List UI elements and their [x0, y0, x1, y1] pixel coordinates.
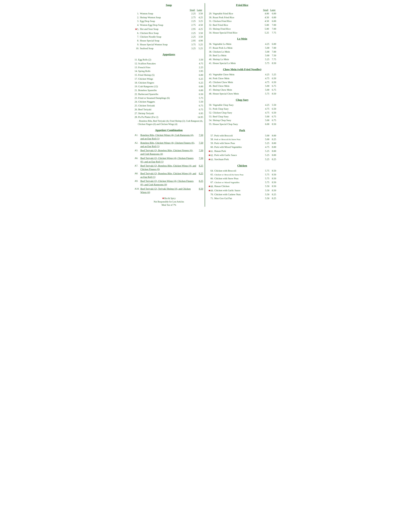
- combo-desc: Beef Teriyaki (2), Chicken Wings (4), Ch…: [140, 157, 197, 164]
- combo-desc: Boneless Ribs, Chicken Wings (4), Chicke…: [140, 141, 197, 148]
- item-large-price: 6.75: [270, 115, 276, 119]
- item-number: 66.: [208, 177, 214, 180]
- item-name: House Special Chow Mein: [212, 92, 263, 96]
- menu-row: ★61. Hunan Pork 5.25 8.00: [208, 149, 276, 153]
- item-small-price: 2.95: [189, 39, 196, 43]
- combo-id: A7.: [135, 164, 140, 171]
- app-label: 24. Chicken Nuggets: [135, 100, 195, 104]
- item-number: 46.: [208, 84, 212, 88]
- combo-id: A6.: [135, 157, 140, 164]
- item-number: 2.: [135, 16, 140, 19]
- item-large-price: 4.25: [196, 16, 203, 19]
- chow-mein-title: Chow Mein (with Fried Noodles): [208, 67, 276, 72]
- menu-row: 38. Chicken Lo Mein 5.00 7.00: [208, 50, 276, 54]
- item-large-price: 6.00: [269, 16, 276, 19]
- star-icon: ★: [208, 154, 211, 157]
- combo-id: A10.: [135, 187, 140, 194]
- item-small-price: 6.00: [263, 122, 270, 126]
- item-large-price: 5.25: [196, 47, 203, 50]
- item-number: 31.: [208, 19, 212, 23]
- menu-row: 47. Shrimp Chow Mein 5.00 6.75: [208, 88, 276, 92]
- item-name: Chicken Chow Mein: [212, 80, 263, 84]
- item-large-price: 8.00: [270, 134, 276, 138]
- item-number: 41.: [208, 61, 212, 65]
- combo-id: A9.: [135, 180, 140, 187]
- combo-row: A5. Beef Teriyaki (2), Boneless Ribs, Ch…: [135, 149, 203, 156]
- app-label: 21. Boneless Spareribs: [135, 89, 195, 92]
- item-name: House Special Chop Suey: [212, 122, 263, 126]
- combo-row: A2. Boneless Ribs, Chicken Wings (4), Ch…: [135, 141, 203, 148]
- menu-row: ★62. Pork with Garlic Sauce 5.25 8.00: [208, 153, 276, 157]
- item-small-price: 5.00: [263, 138, 270, 141]
- item-small-price: 5.75: [263, 61, 270, 65]
- item-name: House Special Fried Rice: [212, 31, 262, 35]
- item-number: 39.: [208, 54, 212, 57]
- item-name: Shrimp Chow Mein: [212, 88, 263, 92]
- item-small-price: 5.25: [263, 153, 270, 157]
- item-number: 57.: [208, 134, 214, 138]
- combo-price: 8.25: [197, 164, 203, 171]
- item-small-price: 4.75: [263, 80, 270, 84]
- item-number: ★69.: [208, 189, 214, 193]
- app-price: 6.00: [195, 73, 203, 77]
- item-small-price: 5.00: [263, 118, 270, 122]
- item-small-price: 5.00: [262, 23, 269, 27]
- item-number: 38.: [208, 50, 212, 54]
- item-number: 65.: [208, 173, 214, 177]
- item-name: Chicken Lo Mein: [212, 50, 263, 54]
- item-large-price: 3.50: [196, 35, 203, 39]
- menu-row: 59. Pork with Snow Peas 5.25 8.00: [208, 141, 276, 145]
- soup-row: 7. Chicken Noodle Soup 2.25 3.50: [135, 35, 203, 39]
- soup-row: ★5. Hot and Sour Soup 2.95 4.25: [135, 27, 203, 31]
- item-name: Shrimp Chop Suey: [212, 118, 263, 122]
- item-name: Hunan Pork: [214, 149, 263, 153]
- item-large-price: 8.50: [270, 173, 276, 177]
- app-price: 4.75: [195, 62, 203, 66]
- item-number: ★63.: [208, 157, 214, 162]
- item-small-price: 5.25: [262, 31, 269, 35]
- menu-row: 54. Shrimp Chop Suey 5.00 6.75: [208, 118, 276, 122]
- item-name: House Special Soup: [140, 39, 189, 43]
- combo-id: A8.: [135, 172, 140, 179]
- menu-row: 43. Vegetable Chow Mein 4.25 5.25: [208, 73, 276, 76]
- item-number: 6.: [135, 31, 140, 35]
- menu-row: 46. Beef Chow Mein 5.00 6.75: [208, 84, 276, 88]
- menu-row: ★63. Szechuan Pork 5.25 8.25: [208, 157, 276, 162]
- item-number: 8.: [135, 39, 140, 43]
- item-number: 4.: [135, 23, 140, 27]
- hot-spicy-star: ★: [162, 197, 164, 200]
- menu-row: 44. Pork Chow Mein 4.75 6.50: [208, 76, 276, 80]
- item-small-price: 4.25: [263, 42, 270, 46]
- item-large-price: 3.50: [196, 12, 203, 16]
- app-price: 3.50: [195, 58, 203, 62]
- item-number: 43.: [208, 73, 212, 76]
- item-large-price: 4.90: [196, 39, 203, 43]
- soup-large-header: Large: [196, 9, 203, 12]
- item-large-price: 6.50: [270, 80, 276, 84]
- fried-rice-title: Fried Rice: [208, 3, 276, 7]
- meal-tax: Meal Tax of 7%: [135, 203, 203, 207]
- menu-row: 30. Roast Pork Fried Rice 4.50 6.00: [208, 16, 276, 19]
- app-price: 5.75: [195, 96, 203, 100]
- item-small-price: 4.75: [263, 111, 270, 115]
- item-number: 51.: [208, 107, 212, 111]
- app-price: 6.95: [195, 112, 203, 115]
- item-name: Pork with Broccoli: [214, 134, 263, 138]
- item-large-price: 8.50: [270, 184, 276, 189]
- item-number: ★5.: [135, 27, 140, 31]
- item-large-price: 8.00: [270, 149, 276, 153]
- menu-row: 33. Shrimp Fried Rice 5.00 7.00: [208, 27, 276, 31]
- star-icon: ★: [208, 150, 211, 152]
- item-name: Beef Chop Suey: [212, 115, 263, 119]
- app-label: 14. Spring Rolls: [135, 69, 195, 73]
- item-number: 36.: [208, 42, 212, 46]
- item-name: Chicken Fried Rice: [212, 19, 262, 23]
- item-name: Seafood Soup: [140, 47, 189, 50]
- item-small-price: 2.25: [189, 31, 196, 35]
- item-number: 47.: [208, 88, 212, 92]
- soup-row: 10. Seafood Soup 3.25 5.25: [135, 47, 203, 50]
- item-large-price: 4.25: [196, 27, 203, 31]
- menu-row: 32. Beef Fried Rice 5.00 7.00: [208, 23, 276, 27]
- item-small-price: 5.75: [263, 173, 270, 177]
- item-large-price: 8.25: [270, 197, 276, 200]
